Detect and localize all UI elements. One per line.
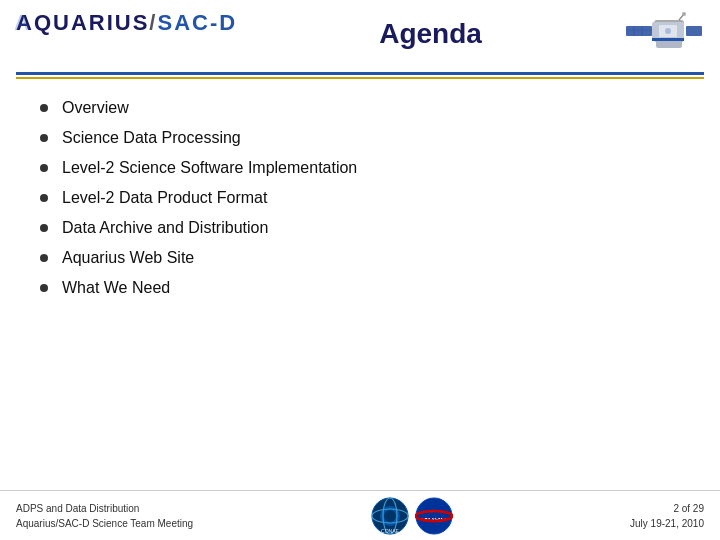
bullet-text: Data Archive and Distribution [62, 219, 268, 237]
bullet-dot [40, 134, 48, 142]
header: AQUARIUS/SAC-D Agenda [0, 0, 720, 70]
logo-text: AQUARIUS/SAC-D [16, 10, 237, 35]
bullet-text: Level-2 Data Product Format [62, 189, 267, 207]
bullet-text: What We Need [62, 279, 170, 297]
list-item: Aquarius Web Site [40, 249, 680, 267]
bullet-text: Aquarius Web Site [62, 249, 194, 267]
logo-aquarius: AQUARIUS [16, 10, 149, 35]
footer-line1: ADPS and Data Distribution [16, 501, 193, 516]
svg-rect-10 [656, 40, 682, 48]
bullet-text: Level-2 Science Software Implementation [62, 159, 357, 177]
bullet-dot [40, 224, 48, 232]
svg-point-7 [665, 28, 671, 34]
list-item: Level-2 Science Software Implementation [40, 159, 680, 177]
footer-date: July 19-21, 2010 [630, 516, 704, 531]
svg-rect-11 [652, 38, 684, 41]
svg-rect-22 [416, 514, 452, 518]
satellite-image [624, 10, 704, 70]
logo-area: AQUARIUS/SAC-D [16, 10, 237, 36]
bullet-dot [40, 104, 48, 112]
divider-container [0, 72, 720, 79]
svg-text:CONAE: CONAE [381, 528, 399, 534]
divider-blue [16, 72, 704, 75]
list-item: Overview [40, 99, 680, 117]
footer-line2: Aquarius/SAC-D Science Team Meeting [16, 516, 193, 531]
page-info: 2 of 29 [630, 501, 704, 516]
bullet-dot [40, 164, 48, 172]
nasa-logo: NASA [415, 497, 453, 535]
title-area: Agenda [237, 10, 624, 50]
bullet-dot [40, 284, 48, 292]
logo-sacd: SAC-D [157, 10, 237, 35]
page-title: Agenda [237, 18, 624, 50]
satellite-svg [624, 10, 704, 70]
svg-point-15 [384, 510, 396, 522]
footer-left: ADPS and Data Distribution Aquarius/SAC-… [16, 501, 193, 531]
footer-right: 2 of 29 July 19-21, 2010 [630, 501, 704, 531]
conae-logo: CONAE [371, 497, 409, 535]
svg-point-9 [682, 12, 686, 16]
bullet-dot [40, 254, 48, 262]
svg-rect-3 [686, 26, 702, 36]
bullet-dot [40, 194, 48, 202]
svg-rect-2 [626, 26, 652, 36]
footer-logos: CONAE NASA [371, 497, 453, 535]
list-item: What We Need [40, 279, 680, 297]
list-item: Science Data Processing [40, 129, 680, 147]
list-item: Level-2 Data Product Format [40, 189, 680, 207]
agenda-list: OverviewScience Data ProcessingLevel-2 S… [40, 99, 680, 297]
list-item: Data Archive and Distribution [40, 219, 680, 237]
main-content: OverviewScience Data ProcessingLevel-2 S… [0, 79, 720, 319]
bullet-text: Overview [62, 99, 129, 117]
footer: ADPS and Data Distribution Aquarius/SAC-… [0, 490, 720, 540]
bullet-text: Science Data Processing [62, 129, 241, 147]
